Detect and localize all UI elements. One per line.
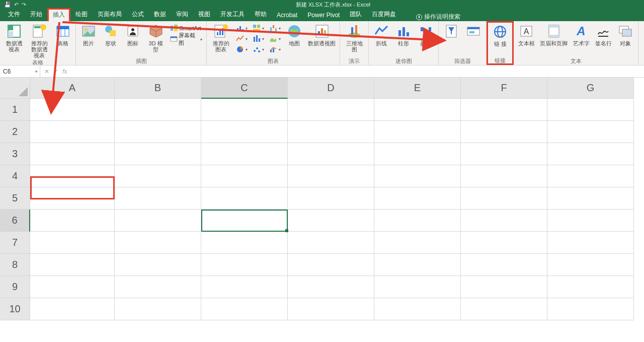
tell-me-search[interactable]: 操作说明搜索 xyxy=(416,13,460,21)
recommended-charts-button[interactable]: 推荐的 图表 xyxy=(211,23,231,52)
tab-help[interactable]: 帮助 xyxy=(250,8,272,21)
row-header[interactable]: 6 xyxy=(0,210,30,232)
cell[interactable] xyxy=(547,232,634,254)
tab-baidu[interactable]: 百度网盘 xyxy=(367,8,401,21)
3d-map-button[interactable]: 三维地 图 xyxy=(344,23,364,52)
signature-line-button[interactable]: 签名行 xyxy=(595,23,612,46)
cell[interactable] xyxy=(115,254,201,276)
cell[interactable] xyxy=(201,121,288,143)
row-header[interactable]: 2 xyxy=(0,121,30,143)
cell[interactable] xyxy=(201,165,288,187)
slicer-button[interactable] xyxy=(443,23,460,40)
enter-icon[interactable]: ✓ xyxy=(53,68,58,75)
cell[interactable] xyxy=(461,99,547,121)
cell[interactable] xyxy=(30,143,115,165)
tab-team[interactable]: 团队 xyxy=(345,8,367,21)
tab-developer[interactable]: 开发工具 xyxy=(215,8,250,21)
cell[interactable] xyxy=(461,121,547,143)
cell[interactable] xyxy=(288,232,374,254)
cell[interactable] xyxy=(30,276,115,298)
cell[interactable] xyxy=(374,99,461,121)
cell[interactable] xyxy=(547,276,634,298)
cell[interactable] xyxy=(547,187,634,210)
cell[interactable] xyxy=(115,143,201,165)
cell[interactable] xyxy=(30,121,115,143)
cell[interactable] xyxy=(374,210,461,232)
tab-home[interactable]: 开始 xyxy=(25,8,47,21)
tab-file[interactable]: 文件 xyxy=(3,8,25,21)
wordart-button[interactable]: A 艺术字 xyxy=(573,23,590,46)
cell[interactable] xyxy=(288,121,374,143)
cell[interactable] xyxy=(115,187,201,210)
row-header[interactable]: 5 xyxy=(0,187,30,210)
sparkline-line-button[interactable]: 折线 xyxy=(373,23,390,46)
cell[interactable] xyxy=(461,210,547,232)
cell[interactable] xyxy=(115,232,201,254)
recommended-pivot-button[interactable]: 推荐的 数据透视表 xyxy=(29,23,49,58)
cell[interactable] xyxy=(30,165,115,187)
sparkline-column-button[interactable]: 柱形 xyxy=(395,23,412,46)
row-header[interactable]: 9 xyxy=(0,276,30,298)
row-header[interactable]: 3 xyxy=(0,143,30,165)
cell[interactable] xyxy=(547,298,634,320)
cell[interactable] xyxy=(461,298,547,320)
tab-formulas[interactable]: 公式 xyxy=(127,8,149,21)
column-header[interactable]: B xyxy=(115,78,201,99)
cell[interactable] xyxy=(115,210,201,232)
column-header[interactable]: A xyxy=(30,78,115,99)
redo-icon[interactable]: ↷ xyxy=(22,2,26,8)
cell[interactable] xyxy=(288,187,374,210)
cell[interactable] xyxy=(30,298,115,320)
cell[interactable] xyxy=(461,254,547,276)
object-button[interactable]: 对象 xyxy=(617,23,634,46)
cell[interactable] xyxy=(288,298,374,320)
fx-icon[interactable]: fx xyxy=(62,68,67,75)
pivot-chart-button[interactable]: 数据透视图 xyxy=(308,23,336,46)
cell[interactable] xyxy=(201,298,288,320)
cell[interactable] xyxy=(201,276,288,298)
tab-view[interactable]: 视图 xyxy=(193,8,215,21)
cell[interactable] xyxy=(201,210,288,232)
cell[interactable] xyxy=(374,165,461,187)
cell[interactable] xyxy=(374,232,461,254)
cell[interactable] xyxy=(30,210,115,232)
column-header[interactable]: D xyxy=(288,78,374,99)
cell[interactable] xyxy=(201,99,288,121)
tab-layout[interactable]: 页面布局 xyxy=(93,8,127,21)
cell[interactable] xyxy=(547,210,634,232)
cell[interactable] xyxy=(461,143,547,165)
tab-acrobat[interactable]: Acrobat xyxy=(272,10,302,21)
cell[interactable] xyxy=(115,298,201,320)
cell[interactable] xyxy=(288,276,374,298)
cell[interactable] xyxy=(547,165,634,187)
cell[interactable] xyxy=(201,143,288,165)
name-box[interactable]: C6 xyxy=(0,65,40,77)
cell[interactable] xyxy=(288,99,374,121)
cell[interactable] xyxy=(461,187,547,210)
cell[interactable] xyxy=(374,121,461,143)
cell[interactable] xyxy=(374,276,461,298)
header-footer-button[interactable]: 页眉和页脚 xyxy=(540,23,568,46)
3d-models-button[interactable]: 3D 模 型 xyxy=(146,23,165,52)
cell[interactable] xyxy=(288,254,374,276)
maps-button[interactable]: 地图 xyxy=(286,23,303,46)
timeline-button[interactable] xyxy=(465,23,482,40)
chart-surface-button[interactable]: ▾ xyxy=(269,34,281,44)
cell[interactable] xyxy=(288,143,374,165)
pictures-button[interactable]: 图片 xyxy=(80,23,97,46)
icons-button[interactable]: 图标 xyxy=(124,23,141,46)
chart-line-button[interactable]: ▾ xyxy=(236,34,248,44)
column-header[interactable]: C xyxy=(201,78,288,99)
tab-insert[interactable]: 插入 xyxy=(47,8,70,21)
chart-waterfall-button[interactable]: ▾ xyxy=(269,23,281,33)
cell[interactable] xyxy=(461,232,547,254)
cell[interactable] xyxy=(115,121,201,143)
chart-stat-button[interactable]: ▾ xyxy=(253,34,264,44)
cell[interactable] xyxy=(547,99,634,121)
cell[interactable] xyxy=(288,210,374,232)
row-header[interactable]: 7 xyxy=(0,232,30,254)
cell[interactable] xyxy=(30,99,115,121)
chart-hier-button[interactable]: ▾ xyxy=(253,23,264,33)
cell[interactable] xyxy=(547,254,634,276)
chart-scatter-button[interactable]: ▾ xyxy=(253,44,264,54)
